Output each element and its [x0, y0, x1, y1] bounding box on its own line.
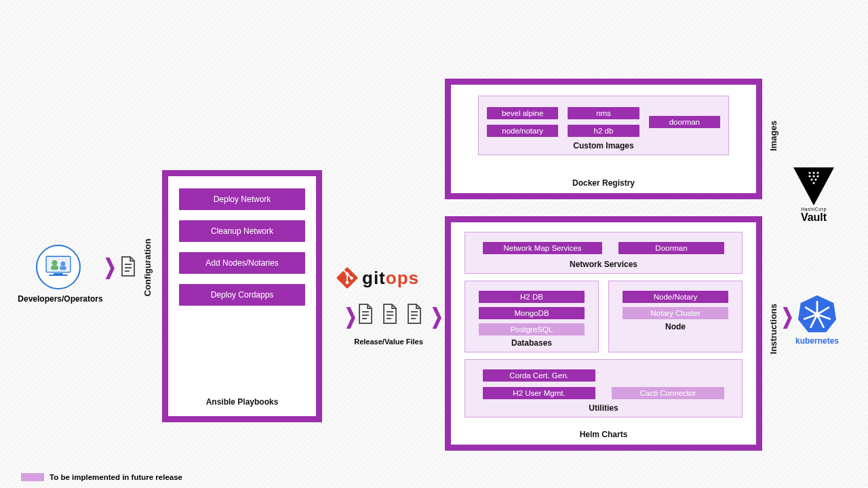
custom-images-title: Custom Images [487, 141, 720, 150]
helm-notary-cluster: Notary Cluster [623, 307, 728, 319]
developers-icon [36, 245, 81, 289]
vault-name: Vault [801, 211, 827, 224]
gitops-ops: ops [386, 268, 419, 288]
instructions-label: Instructions [768, 304, 778, 354]
helm-db-postgres: PostgreSQL [479, 323, 585, 336]
svg-rect-2 [49, 274, 68, 276]
docker-registry-title: Docker Registry [451, 178, 756, 188]
svg-point-22 [816, 171, 818, 174]
gitops-logo: gitops [336, 267, 419, 289]
ansible-item-deploy-cordapps: Deploy Cordapps [179, 284, 305, 306]
configuration-label: Configuration [142, 239, 153, 296]
svg-point-5 [60, 262, 65, 266]
svg-point-23 [808, 175, 810, 177]
network-services-box: Network Map Services Doorman Network Ser… [465, 232, 743, 274]
svg-rect-4 [51, 266, 58, 270]
custom-images-box: bevel alpine nms doorman node/notary h2 … [478, 96, 729, 155]
diagram-canvas: Developers/Operators ❯ Configuration Dep… [0, 0, 868, 488]
helm-db-h2: H2 DB [479, 291, 585, 303]
ansible-title: Ansible Playbooks [168, 397, 316, 407]
docker-image-nms: nms [568, 107, 639, 119]
legend-text: To be implemented in future release [50, 473, 182, 481]
svg-rect-6 [60, 266, 66, 270]
helm-network-map: Network Map Services [483, 242, 602, 254]
kubernetes-label: kubernetes [795, 336, 839, 346]
ansible-playbooks-panel: Deploy Network Cleanup Network Add Nodes… [162, 170, 322, 422]
svg-point-28 [812, 182, 814, 184]
databases-box: H2 DB MongoDB PostgreSQL Databases [465, 281, 599, 352]
utilities-box: Corda Cert. Gen. H2 User Mgmt. Cacti Con… [465, 359, 743, 418]
helm-util-h2-user: H2 User Mgmt. [483, 387, 595, 399]
legend-future: To be implemented in future release [21, 473, 182, 481]
svg-point-26 [810, 178, 812, 180]
svg-point-21 [812, 171, 814, 174]
svg-point-27 [814, 178, 816, 180]
gitops-git: git [362, 268, 386, 288]
docker-registry-panel: bevel alpine nms doorman node/notary h2 … [445, 79, 762, 199]
docker-image-doorman: doorman [649, 116, 720, 128]
helm-node-notary: Node/Notary [623, 291, 728, 303]
helm-charts-title: Helm Charts [451, 430, 756, 439]
svg-point-24 [812, 175, 814, 177]
ansible-item-cleanup-network: Cleanup Network [179, 220, 305, 242]
utilities-title: Utilities [473, 403, 734, 413]
arrow-files-to-helm: ❯ [431, 304, 443, 329]
node-box: Node/Notary Notary Cluster Node [608, 281, 743, 352]
helm-util-cacti: Cacti Connector [612, 387, 724, 399]
svg-point-3 [52, 260, 57, 266]
vault-brand: HashiCorp [801, 207, 827, 211]
config-file-icon [120, 256, 136, 279]
svg-point-20 [808, 171, 810, 174]
docker-image-bevel-alpine: bevel alpine [487, 107, 558, 119]
kubernetes-logo: kubernetes [792, 294, 842, 346]
docker-image-h2db: h2 db [568, 125, 639, 137]
release-files-caption: Release/Value Files [351, 338, 426, 346]
helm-db-mongo: MongoDB [479, 307, 585, 319]
network-services-title: Network Services [473, 260, 734, 269]
docker-image-node-notary: node/notary [487, 125, 558, 137]
vault-logo: HashiCorp Vault [787, 167, 841, 224]
arrow-ansible-to-files: ❯ [344, 304, 357, 329]
arrow-dev-to-config: ❯ [104, 255, 116, 279]
svg-rect-1 [54, 273, 63, 274]
helm-doorman: Doorman [618, 242, 724, 254]
svg-rect-0 [46, 256, 71, 272]
svg-point-25 [816, 175, 818, 177]
developers-caption: Developers/Operators [9, 294, 111, 304]
images-label: Images [768, 121, 778, 151]
databases-title: Databases [473, 338, 590, 348]
release-files-icon [357, 304, 422, 324]
node-title: Node [617, 322, 734, 331]
helm-util-corda-cert: Corda Cert. Gen. [483, 369, 595, 382]
ansible-item-add-nodes: Add Nodes/Notaries [179, 252, 305, 274]
helm-charts-panel: Network Map Services Doorman Network Ser… [445, 216, 762, 451]
legend-swatch-icon [21, 473, 44, 481]
ansible-item-deploy-network: Deploy Network [179, 188, 305, 210]
